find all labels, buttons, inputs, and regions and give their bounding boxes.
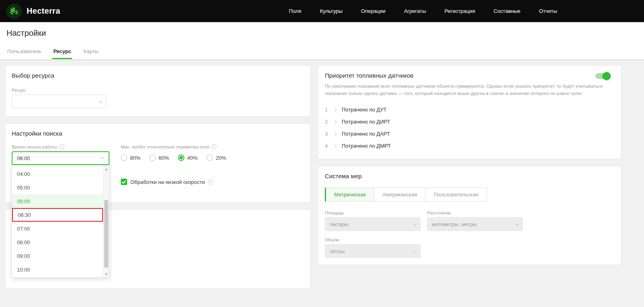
reorder-icon[interactable]: ↕ (334, 143, 337, 149)
settings-tab-bar: Пользователь Ресурс Карты (0, 43, 644, 60)
units-tab-us[interactable]: Американская (374, 187, 425, 202)
time-option[interactable]: 08:00 (12, 235, 103, 249)
time-option[interactable]: 07:00 (12, 222, 103, 235)
row-index: 2 (325, 119, 331, 125)
volume-field: Объем литры (325, 237, 421, 258)
info-icon[interactable]: i (211, 144, 217, 149)
mileage-radio-group: 80% 60% 40% (121, 155, 226, 161)
sensor-label: Потрачено по ДУТ (342, 107, 386, 113)
search-fields-row: Время начала работы i 06:00 04:00 05:00 (12, 144, 304, 165)
reorder-icon[interactable]: ↕ (334, 131, 337, 137)
toggle-knob (603, 72, 611, 80)
time-option[interactable]: 09:00 (12, 249, 103, 263)
low-speed-label: Обработки на низкой скорости (130, 179, 205, 185)
info-icon[interactable]: i (208, 179, 213, 185)
distance-field: Расстояние километры, метры (427, 210, 523, 231)
start-time-label: Время начала работы (12, 144, 57, 149)
units-card-title: Система мер (325, 173, 615, 179)
fuel-description: По умолчанию показания всех топливных да… (325, 83, 615, 97)
sensor-label: Потрачено по ДМРТ (342, 143, 391, 149)
chevron-down-icon (413, 249, 417, 253)
radio-circle-icon (121, 155, 127, 161)
list-item: 2 ↕ Потрачено по ДИРТ (325, 116, 615, 128)
nav-item-reports[interactable]: Отчеты (539, 8, 557, 14)
nav-item-fields[interactable]: Поля (289, 8, 301, 14)
list-item: 3 ↕ Потрачено по ДАРТ (325, 128, 615, 140)
time-dropdown-list: 04:00 05:00 06:00 06:30 07:00 08:00 09:0… (12, 166, 103, 277)
radio-60[interactable]: 60% (149, 155, 169, 161)
distance-select-value: километры, метры (432, 221, 477, 227)
chevron-up-icon (100, 157, 104, 161)
start-time-combobox[interactable]: 06:00 (12, 151, 109, 165)
area-label: Площадь (325, 210, 421, 215)
radio-40[interactable]: 40% (178, 155, 198, 161)
nav-item-operations[interactable]: Операции (361, 8, 386, 14)
resource-card: Выбор ресурса Ресурс (5, 65, 311, 117)
radio-circle-icon (149, 155, 156, 161)
row-index: 3 (325, 131, 331, 137)
resource-card-title: Выбор ресурса (12, 72, 304, 79)
area-select-value: гектары (330, 221, 349, 227)
resource-select[interactable] (12, 95, 106, 108)
resource-label: Ресурс (12, 88, 304, 93)
time-option[interactable]: 04:00 (12, 167, 103, 181)
start-time-value: 06:00 (17, 155, 30, 161)
tab-user[interactable]: Пользователь (6, 43, 42, 59)
dropdown-scrollbar[interactable]: ▲ ▼ (103, 166, 109, 277)
radio-40-label: 40% (187, 155, 198, 161)
low-speed-row: Обработки на низкой скорости i (121, 179, 304, 185)
tab-resource[interactable]: Ресурс (52, 43, 72, 59)
row-index: 1 (325, 107, 331, 113)
scroll-down-icon[interactable]: ▼ (103, 271, 109, 277)
row-index: 4 (325, 143, 331, 149)
radio-80[interactable]: 80% (121, 155, 140, 161)
scroll-up-icon[interactable]: ▲ (103, 166, 109, 172)
time-option[interactable]: 05:00 (12, 181, 103, 194)
scrollbar-thumb[interactable] (104, 200, 108, 268)
hecterra-logo[interactable] (6, 4, 22, 19)
time-option-highlighted[interactable]: 06:30 (12, 208, 103, 222)
mileage-label: Мин. пробег относительно периметра поля (121, 144, 209, 149)
time-option-current[interactable]: 06:00 (12, 194, 103, 208)
time-option[interactable]: 10:00 (12, 263, 103, 276)
right-column: Приоритет топливных датчиков По умолчани… (318, 65, 621, 265)
fuel-card-title: Приоритет топливных датчиков (325, 72, 413, 79)
page-title: Настройки (6, 29, 638, 38)
nav-item-compound[interactable]: Составные (493, 8, 520, 14)
content-area: Выбор ресурса Ресурс Настройки поиска Вр… (0, 60, 644, 289)
nav-item-cultures[interactable]: Культуры (320, 8, 343, 14)
reorder-icon[interactable]: ↕ (334, 119, 337, 125)
nav-item-units[interactable]: Агрегаты (404, 8, 426, 14)
fuel-priority-card: Приоритет топливных датчиков По умолчани… (318, 65, 621, 159)
radio-80-label: 80% (130, 155, 140, 161)
units-tab-custom[interactable]: Пользовательская (425, 187, 487, 202)
radio-20[interactable]: 20% (206, 155, 226, 161)
tractor-icon (9, 5, 19, 17)
radio-circle-icon (178, 155, 184, 161)
nav-item-registration[interactable]: Регистрация (444, 8, 475, 14)
main-nav: Поля Культуры Операции Агрегаты Регистра… (289, 8, 638, 14)
search-settings-card: Настройки поиска Время начала работы i 0… (5, 123, 311, 203)
search-card-title: Настройки поиска (12, 130, 304, 137)
area-select[interactable]: гектары (325, 217, 421, 231)
sensor-label: Потрачено по ДИРТ (342, 119, 390, 125)
left-column: Выбор ресурса Ресурс Настройки поиска Вр… (5, 65, 311, 289)
info-icon[interactable]: i (59, 144, 64, 149)
fuel-priority-toggle[interactable] (595, 73, 609, 79)
time-dropdown: 04:00 05:00 06:00 06:30 07:00 08:00 09:0… (12, 166, 109, 278)
list-item: 4 ↕ Потрачено по ДМРТ (325, 140, 615, 152)
low-speed-checkbox[interactable] (121, 179, 127, 185)
distance-label: Расстояние (427, 210, 523, 215)
units-tab-metric[interactable]: Метрическая (325, 187, 374, 202)
distance-select[interactable]: километры, метры (427, 217, 523, 231)
chevron-down-icon (515, 222, 519, 226)
volume-select[interactable]: литры (325, 244, 421, 258)
radio-circle-icon (206, 155, 213, 161)
title-bar: Настройки (0, 22, 644, 43)
chevron-down-icon (413, 222, 417, 226)
app-root: Hecterra Поля Культуры Операции Агрегаты… (0, 0, 644, 289)
reorder-icon[interactable]: ↕ (334, 107, 337, 113)
tab-maps[interactable]: Карты (83, 43, 99, 59)
volume-select-value: литры (330, 248, 345, 254)
list-item: 1 ↕ Потрачено по ДУТ (325, 104, 615, 116)
